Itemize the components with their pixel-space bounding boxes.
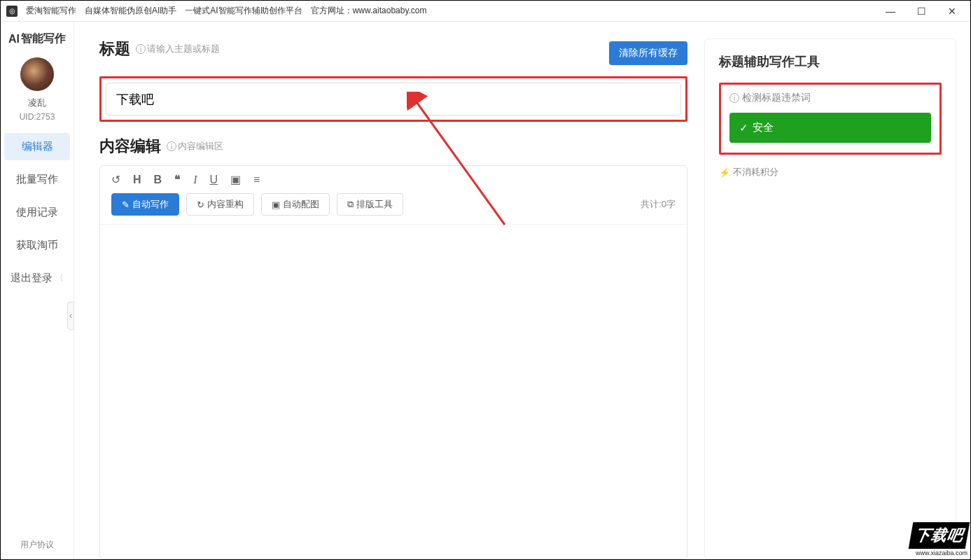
layout-icon: ⧉ (347, 199, 354, 210)
official-site: 官方网址：www.aitaobaby.com (311, 5, 427, 17)
chevron-left-icon: 〈 (55, 272, 64, 284)
word-count: 共计:0字 (641, 198, 676, 211)
bolt-icon (719, 167, 730, 178)
logo-text: 智能写作 (21, 31, 66, 46)
picture-icon: ▣ (272, 200, 280, 210)
sidebar-item-batch[interactable]: 批量写作 (4, 166, 70, 193)
heading-icon[interactable]: H (133, 174, 141, 186)
bold-icon[interactable]: B (154, 174, 162, 186)
title-hint: i 请输入主题或标题 (136, 43, 220, 55)
right-panel: 标题辅助写作工具 i 检测标题违禁词 安全 不消耗积分 (704, 38, 956, 559)
pencil-icon: ✎ (122, 200, 130, 210)
undo-icon[interactable]: ↺ (111, 173, 120, 186)
minimize-button[interactable]: — (883, 6, 897, 17)
layout-tool-button[interactable]: ⧉ 排版工具 (337, 193, 403, 216)
check-highlight: i 检测标题违禁词 安全 (719, 83, 942, 155)
app-subtitle: 自媒体智能伪原创AI助手 一键式AI智能写作辅助创作平台 (85, 5, 302, 17)
editor-toolbar: ↺ H B ❝ I U ▣ ≡ (100, 166, 687, 193)
info-icon: i (729, 93, 739, 103)
title-input-highlight (99, 76, 687, 122)
editor-box: ↺ H B ❝ I U ▣ ≡ ✎ 自动写作 (99, 165, 687, 559)
sidebar-item-history[interactable]: 使用记录 (4, 199, 70, 226)
info-icon: i (167, 141, 176, 151)
window-controls: — ☐ ✕ (883, 6, 965, 17)
user-agreement-link[interactable]: 用户协议 (20, 539, 54, 551)
titlebar: ◎ 爱淘智能写作 自媒体智能伪原创AI助手 一键式AI智能写作辅助创作平台 官方… (1, 1, 970, 22)
underline-icon[interactable]: U (209, 174, 218, 186)
clear-cache-button[interactable]: 清除所有缓存 (609, 41, 687, 65)
logo: AI 智能写作 (8, 27, 66, 57)
restructure-button[interactable]: ↻ 内容重构 (186, 193, 254, 216)
sidebar: AI 智能写作 凌乱 UID:2753 编辑器 批量写作 使用记录 获取淘币 退… (1, 22, 74, 559)
content-hint: i 内容编辑区 (167, 140, 223, 153)
editor-textarea[interactable] (100, 225, 687, 559)
refresh-icon: ↻ (197, 200, 204, 210)
sidebar-item-editor[interactable]: 编辑器 (4, 133, 70, 160)
auto-image-button[interactable]: ▣ 自动配图 (261, 193, 330, 216)
sidebar-collapse-handle[interactable]: ‹ (67, 302, 74, 330)
sidebar-item-logout[interactable]: 退出登录 〈 (4, 265, 70, 292)
right-panel-heading: 标题辅助写作工具 (719, 53, 942, 70)
quote-icon[interactable]: ❝ (174, 173, 181, 186)
italic-icon[interactable]: I (193, 174, 197, 186)
check-icon (739, 122, 748, 134)
info-icon: i (136, 44, 146, 54)
username: 凌乱 (28, 97, 46, 109)
title-heading: 标题 i 请输入主题或标题 (99, 38, 220, 59)
logo-prefix: AI (8, 33, 20, 46)
sidebar-item-coins[interactable]: 获取淘币 (4, 232, 70, 259)
points-note: 不消耗积分 (719, 166, 942, 178)
title-input[interactable] (106, 83, 681, 115)
uid: UID:2753 (20, 112, 55, 122)
align-icon[interactable]: ≡ (253, 174, 260, 186)
image-icon[interactable]: ▣ (230, 173, 241, 186)
editor-action-row: ✎ 自动写作 ↻ 内容重构 ▣ 自动配图 ⧉ 排 (100, 193, 687, 225)
close-button[interactable]: ✕ (945, 6, 959, 17)
auto-write-button[interactable]: ✎ 自动写作 (111, 193, 179, 216)
app-name: 爱淘智能写作 (26, 5, 76, 17)
app-icon: ◎ (6, 6, 18, 17)
avatar[interactable] (20, 57, 54, 91)
content-heading: 内容编辑 i 内容编辑区 (99, 136, 687, 157)
maximize-button[interactable]: ☐ (914, 6, 928, 17)
check-label: i 检测标题违禁词 (729, 92, 931, 104)
safe-status: 安全 (729, 113, 931, 143)
